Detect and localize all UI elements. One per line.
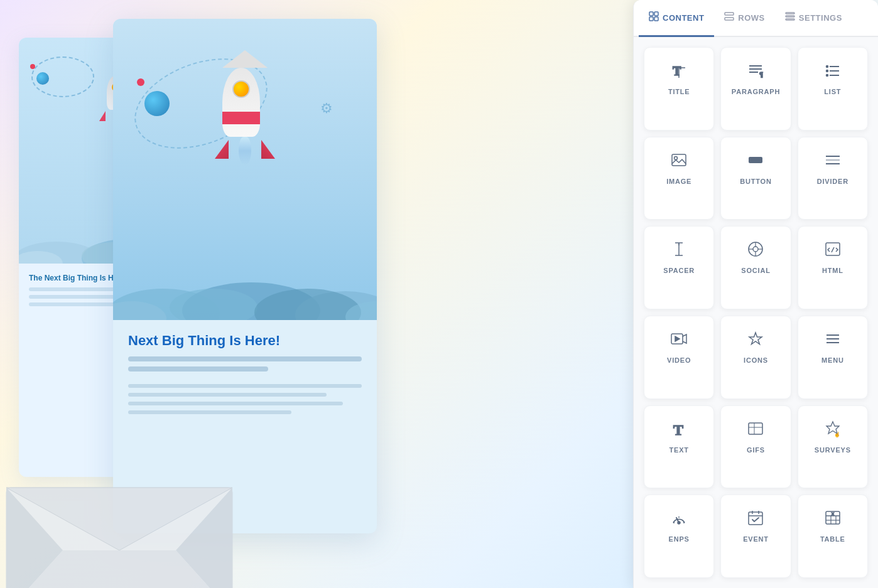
svg-point-49 xyxy=(753,247,758,252)
tab-settings[interactable]: SETTINGS xyxy=(775,0,852,37)
gear-icon-main: ⚙ xyxy=(320,100,333,117)
svg-point-37 xyxy=(826,75,828,77)
svg-point-40 xyxy=(675,156,678,159)
content-item-button[interactable]: BUTTON xyxy=(720,137,791,220)
tab-rows[interactable]: ROWS xyxy=(714,0,774,37)
bottom-line-4 xyxy=(128,410,291,414)
paragraph-item-label: PARAGRAPH xyxy=(732,88,780,95)
image-icon xyxy=(670,149,688,171)
mini-fin-left xyxy=(99,111,106,121)
text-icon: T xyxy=(670,417,688,440)
tabs-bar: CONTENT ROWS SETTINGS xyxy=(634,0,878,37)
content-item-divider[interactable]: DIVIDER xyxy=(798,137,868,220)
svg-rect-19 xyxy=(649,17,653,21)
spacer-item-label: SPACER xyxy=(663,267,695,274)
gifs-item-label: GIFS xyxy=(747,446,765,454)
tab-content[interactable]: CONTENT xyxy=(639,0,714,37)
rocket-stripe xyxy=(222,112,260,124)
content-item-paragraph[interactable]: ¶ PARAGRAPH xyxy=(720,47,791,131)
svg-rect-22 xyxy=(725,18,734,20)
email-card-front-header: ⚙ xyxy=(113,19,377,320)
bottom-line-3 xyxy=(128,402,343,405)
svg-rect-24 xyxy=(786,16,794,17)
spacer-icon xyxy=(670,238,688,260)
content-line-1 xyxy=(128,356,362,361)
svg-point-35 xyxy=(826,70,828,72)
button-item-label: BUTTON xyxy=(740,178,771,185)
content-item-menu[interactable]: MENU xyxy=(798,316,868,399)
social-item-label: SOCIAL xyxy=(741,267,770,274)
list-icon xyxy=(824,59,842,82)
content-item-image[interactable]: IMAGE xyxy=(644,137,714,220)
rocket-left-fin xyxy=(215,140,229,159)
svg-point-69 xyxy=(678,521,680,524)
svg-rect-25 xyxy=(786,19,794,20)
svg-rect-17 xyxy=(649,12,653,16)
svg-rect-20 xyxy=(654,17,658,21)
svg-text:T: T xyxy=(673,422,683,437)
title-icon: T xyxy=(670,59,688,82)
icons-icon xyxy=(747,328,764,350)
divider-item-label: DIVIDER xyxy=(817,178,848,185)
enps-item-label: ENPS xyxy=(669,535,690,543)
main-rocket xyxy=(215,50,275,165)
content-item-text[interactable]: T TEXT xyxy=(644,405,714,489)
svg-marker-58 xyxy=(749,333,762,345)
content-item-spacer[interactable]: SPACER xyxy=(644,226,714,309)
mini-planet xyxy=(36,72,49,85)
event-icon xyxy=(747,506,764,529)
content-item-enps[interactable]: ENPS xyxy=(644,494,714,578)
right-panel: CONTENT ROWS SETTINGS xyxy=(633,0,878,588)
surveys-item-label: SURVEYS xyxy=(815,446,851,454)
content-item-html[interactable]: HTML xyxy=(798,226,868,309)
svg-rect-63 xyxy=(749,423,762,434)
surveys-icon: ☝ xyxy=(824,417,842,440)
email-preview-panel: ⚙ The xyxy=(0,0,633,588)
svg-rect-21 xyxy=(725,13,734,15)
rocket-body xyxy=(222,68,260,137)
paragraph-icon: ¶ xyxy=(747,59,764,82)
rocket-window xyxy=(232,80,250,98)
mini-planet-dot xyxy=(30,64,35,69)
content-item-social[interactable]: SOCIAL xyxy=(720,226,791,309)
content-item-table[interactable]: X TABLE xyxy=(798,494,868,578)
svg-marker-57 xyxy=(675,336,680,341)
content-tab-icon xyxy=(649,11,659,24)
content-item-surveys[interactable]: ☝ SURVEYS xyxy=(798,405,868,489)
content-item-list[interactable]: LIST xyxy=(798,47,868,131)
svg-rect-73 xyxy=(749,512,762,525)
rocket-right-fin xyxy=(261,140,275,159)
svg-rect-23 xyxy=(786,13,794,14)
table-item-label: TABLE xyxy=(820,535,845,543)
video-icon xyxy=(670,328,688,350)
svg-point-33 xyxy=(826,66,828,68)
content-items-grid: T TITLE ¶ PARAGRAPH xyxy=(634,37,878,588)
svg-line-55 xyxy=(832,247,834,252)
content-item-video[interactable]: VIDEO xyxy=(644,316,714,399)
content-item-title[interactable]: T TITLE xyxy=(644,47,714,131)
social-icon xyxy=(747,238,764,260)
front-card-clouds xyxy=(113,245,377,320)
email-main-title: Next Big Thing Is Here! xyxy=(128,333,362,349)
svg-text:¶: ¶ xyxy=(759,70,763,78)
email-bottom-lines xyxy=(128,384,362,414)
image-item-label: IMAGE xyxy=(666,178,691,185)
content-item-gifs[interactable]: GIFS xyxy=(720,405,791,489)
html-icon xyxy=(824,238,842,260)
list-item-label: LIST xyxy=(824,88,841,95)
rows-tab-icon xyxy=(724,11,734,24)
table-icon: X xyxy=(824,506,842,529)
tab-settings-label: SETTINGS xyxy=(799,13,842,23)
content-item-event[interactable]: EVENT xyxy=(720,494,791,578)
text-item-label: TEXT xyxy=(669,446,689,454)
tab-rows-label: ROWS xyxy=(738,13,764,23)
icons-item-label: ICONS xyxy=(744,356,768,364)
video-item-label: VIDEO xyxy=(667,356,691,364)
menu-icon xyxy=(824,328,842,350)
event-item-label: EVENT xyxy=(743,535,769,543)
title-item-label: TITLE xyxy=(668,88,690,95)
svg-rect-39 xyxy=(672,154,686,166)
content-item-icons[interactable]: ICONS xyxy=(720,316,791,399)
enps-icon xyxy=(670,506,688,529)
svg-text:X: X xyxy=(832,512,834,516)
